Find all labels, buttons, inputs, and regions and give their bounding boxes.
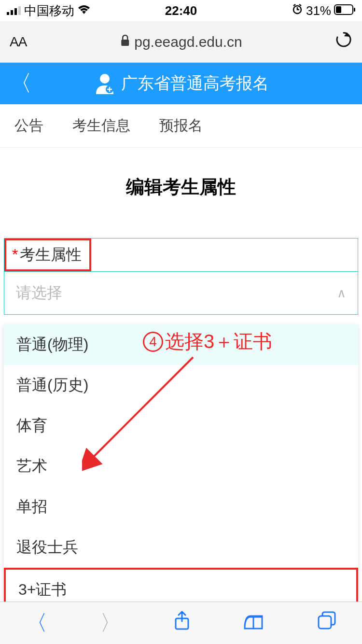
svg-rect-0 xyxy=(7,12,9,15)
chevron-up-icon: ∧ xyxy=(337,286,346,301)
tab-pre-register[interactable]: 预报名 xyxy=(159,116,203,136)
select-placeholder: 请选择 xyxy=(16,282,62,304)
svg-rect-14 xyxy=(319,616,331,629)
svg-rect-6 xyxy=(336,6,341,13)
annotation-text: 选择3＋证书 xyxy=(165,328,272,355)
option-single[interactable]: 单招 xyxy=(4,487,358,527)
candidate-attr-field: *考生属性 xyxy=(4,238,358,272)
svg-rect-7 xyxy=(354,8,355,12)
status-bar: 中国移动 22:40 31% xyxy=(0,0,362,21)
battery-percent: 31% xyxy=(306,3,331,18)
browser-bottom-bar: 〈 〉 xyxy=(0,602,362,644)
battery-icon xyxy=(334,3,355,18)
tabs-button[interactable] xyxy=(317,611,336,635)
field-label: *考生属性 xyxy=(4,238,91,271)
app-header: 〈 广东省普通高考报名 xyxy=(0,63,362,104)
carrier-label: 中国移动 xyxy=(24,2,74,19)
bookmarks-button[interactable] xyxy=(243,611,264,635)
annotation-num: 4 xyxy=(143,332,163,352)
text-size-button[interactable]: AA xyxy=(10,34,27,50)
person-add-icon xyxy=(93,72,116,95)
svg-rect-8 xyxy=(121,40,129,46)
tab-announcement[interactable]: 公告 xyxy=(14,116,43,136)
lock-icon xyxy=(120,34,130,50)
svg-rect-3 xyxy=(18,6,21,15)
nav-forward-button[interactable]: 〉 xyxy=(100,609,121,637)
wifi-icon xyxy=(77,3,91,18)
page-title: 广东省普通高考报名 xyxy=(121,72,269,95)
candidate-attr-select[interactable]: 请选择 ∧ xyxy=(4,272,358,314)
svg-rect-1 xyxy=(11,10,13,15)
share-button[interactable] xyxy=(173,611,191,636)
option-veteran[interactable]: 退役士兵 xyxy=(4,527,358,568)
svg-point-9 xyxy=(100,74,110,84)
back-button[interactable]: 〈 xyxy=(10,69,32,98)
option-art[interactable]: 艺术 xyxy=(4,446,358,487)
annotation: 4 选择3＋证书 xyxy=(143,328,272,355)
clock: 22:40 xyxy=(165,3,197,18)
browser-toolbar: AA pg.eeagd.edu.cn xyxy=(0,21,362,63)
tab-candidate-info[interactable]: 考生信息 xyxy=(72,116,130,136)
reload-button[interactable] xyxy=(335,31,352,53)
tabs: 公告 考生信息 预报名 xyxy=(0,104,362,148)
alarm-icon xyxy=(292,3,303,18)
section-title: 编辑考生属性 xyxy=(0,148,362,219)
option-sports[interactable]: 体育 xyxy=(4,406,358,446)
option-history[interactable]: 普通(历史) xyxy=(4,365,358,406)
nav-back-button[interactable]: 〈 xyxy=(26,609,47,637)
dropdown-list: 普通(物理) 普通(历史) 体育 艺术 单招 退役士兵 3+证书 xyxy=(4,324,358,612)
signal-icon xyxy=(7,3,21,18)
url-label[interactable]: pg.eeagd.edu.cn xyxy=(134,34,242,50)
svg-rect-2 xyxy=(14,8,17,15)
